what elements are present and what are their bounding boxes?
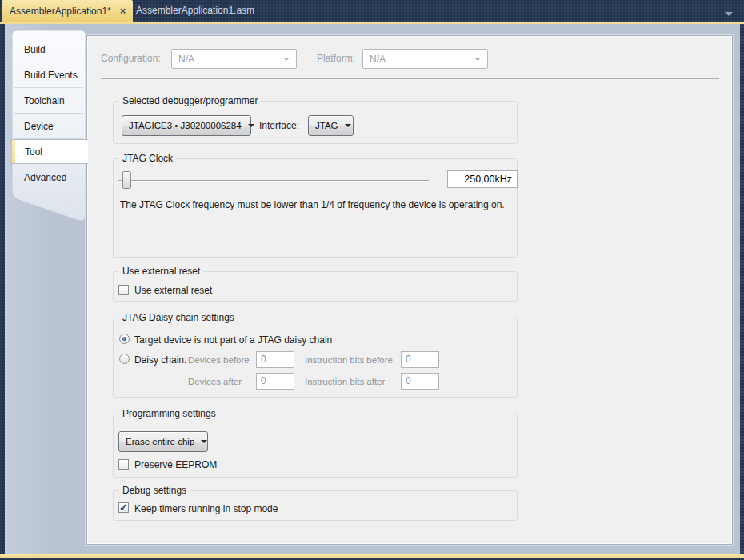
debugger-value: JTAGICE3 • J30200006284: [129, 121, 242, 130]
daisy-chain-label: Daisy chain:: [134, 354, 186, 366]
erase-mode-value: Erase entire chip: [126, 437, 194, 446]
sidebar-item-label: Build Events: [24, 70, 78, 81]
debugger-group: Selected debugger/programmer JTAGICE3 • …: [113, 101, 518, 144]
chevron-down-icon: [345, 124, 351, 127]
instruction-bits-after-label: Instruction bits after: [305, 377, 385, 386]
sidebar-item-label: Tool: [25, 146, 42, 158]
close-icon[interactable]: ×: [120, 6, 126, 16]
sidebar-item-label: Device: [24, 121, 54, 132]
header-separator: [101, 78, 719, 79]
jtag-clock-slider-track[interactable]: [118, 180, 429, 181]
configuration-label: Configuration:: [101, 53, 161, 64]
erase-mode-select-button[interactable]: Erase entire chip: [118, 431, 208, 452]
chevron-down-icon: [283, 58, 290, 61]
group-title: Use external reset: [119, 266, 203, 278]
preserve-eeprom-label: Preserve EEPROM: [134, 459, 217, 470]
programming-group: Programming settings Erase entire chip P…: [113, 414, 518, 478]
chevron-down-icon: [248, 124, 254, 127]
document-tab-strip: AssemblerApplication1* × AssemblerApplic…: [0, 0, 744, 22]
jtag-clock-group: JTAG Clock 250,00kHz The JTAG Clock freq…: [113, 158, 518, 258]
tab-label: AssemblerApplication1*: [10, 6, 111, 17]
keep-timers-checkbox[interactable]: ✓: [118, 502, 129, 513]
not-part-of-daisy-chain-label: Target device is not part of a JTAG dais…: [134, 334, 332, 346]
use-external-reset-label: Use external reset: [134, 285, 212, 296]
external-reset-group: Use external reset Use external reset: [113, 271, 518, 302]
configuration-value: N/A: [178, 54, 194, 65]
debug-group: Debug settings ✓ Keep timers running in …: [113, 490, 518, 521]
devices-before-field: 0: [256, 351, 294, 368]
tool-settings-panel: Configuration: N/A Platform: N/A Selecte…: [86, 35, 733, 545]
interface-value: JTAG: [315, 121, 338, 130]
not-part-of-daisy-chain-radio[interactable]: [119, 334, 130, 344]
configuration-select: N/A: [171, 49, 297, 69]
instruction-bits-before-field: 0: [401, 351, 439, 368]
sidebar-item-toolchain[interactable]: Toolchain: [14, 88, 83, 114]
jtag-clock-slider-thumb[interactable]: [122, 171, 131, 189]
instruction-bits-before-label: Instruction bits before: [305, 355, 393, 365]
keep-timers-label: Keep timers running in stop mode: [134, 503, 278, 514]
preserve-eeprom-checkbox[interactable]: [118, 459, 129, 470]
use-external-reset-checkbox[interactable]: [118, 285, 129, 295]
interface-select-button[interactable]: JTAG: [308, 115, 354, 136]
tab-assembler-application1-asm[interactable]: AssemblerApplication1.asm: [128, 0, 262, 22]
daisy-chain-group: JTAG Daisy chain settings Target device …: [113, 318, 518, 398]
jtag-clock-hint: The JTAG Clock frequency must be lower t…: [120, 199, 517, 210]
daisy-chain-radio[interactable]: [119, 354, 130, 364]
check-icon: ✓: [119, 503, 128, 512]
chevron-down-icon[interactable]: [725, 12, 733, 16]
tab-assembler-application1[interactable]: AssemblerApplication1* ×: [2, 0, 133, 22]
sidebar-item-tool[interactable]: Tool: [11, 139, 88, 164]
devices-after-label: Devices after: [188, 377, 242, 386]
platform-label: Platform:: [317, 53, 355, 64]
group-title: Selected debugger/programmer: [119, 95, 261, 107]
sidebar-item-label: Toolchain: [24, 95, 65, 106]
chevron-down-icon: [201, 440, 207, 443]
group-title: Debug settings: [119, 485, 190, 497]
sidebar-item-label: Build: [24, 44, 46, 55]
accent-line-bottom: [0, 554, 744, 558]
devices-after-field: 0: [256, 373, 294, 390]
group-title: JTAG Daisy chain settings: [119, 312, 238, 324]
instruction-bits-after-field: 0: [401, 373, 439, 390]
platform-value: N/A: [370, 54, 386, 65]
sidebar-item-build-events[interactable]: Build Events: [14, 62, 83, 88]
sidebar-item-build[interactable]: Build: [14, 37, 83, 62]
group-title: JTAG Clock: [119, 153, 176, 165]
jtag-clock-value-field[interactable]: 250,00kHz: [447, 170, 518, 188]
group-title: Programming settings: [119, 408, 219, 420]
selected-accent-bar: [12, 140, 15, 163]
tab-label: AssemblerApplication1.asm: [136, 5, 254, 16]
sidebar-item-label: Advanced: [24, 172, 66, 183]
sidebar-item-device[interactable]: Device: [14, 114, 83, 139]
debugger-select-button[interactable]: JTAGICE3 • J30200006284: [122, 115, 251, 136]
chevron-down-icon: [474, 58, 481, 61]
platform-select: N/A: [362, 49, 488, 69]
radio-selected-dot: [122, 337, 126, 341]
interface-label: Interface:: [259, 120, 299, 131]
app-window: AssemblerApplication1* × AssemblerApplic…: [0, 0, 744, 560]
sidebar-item-advanced[interactable]: Advanced: [14, 165, 83, 190]
devices-before-label: Devices before: [188, 355, 250, 365]
